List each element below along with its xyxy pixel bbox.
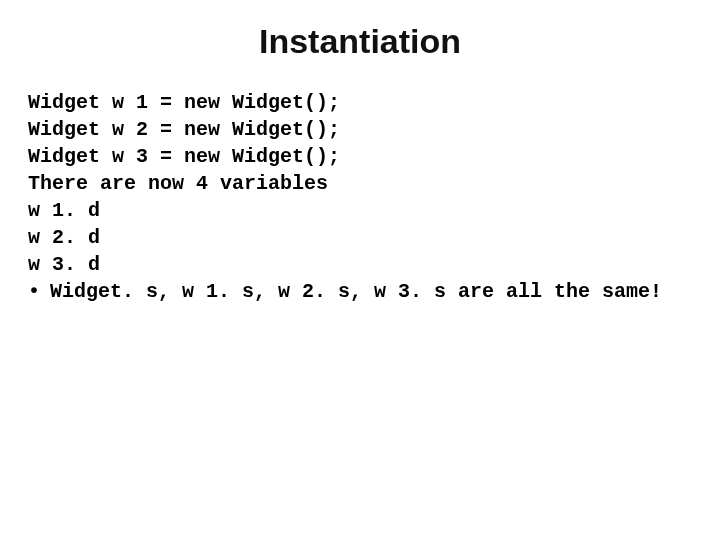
code-line: w 2. d	[28, 226, 100, 249]
bullet-item: • Widget. s, w 1. s, w 2. s, w 3. s are …	[28, 278, 692, 305]
code-line: w 3. d	[28, 253, 100, 276]
bullet-text: Widget. s, w 1. s, w 2. s, w 3. s are al…	[50, 278, 662, 305]
bullet-dot-icon: •	[28, 278, 50, 305]
code-line: Widget w 1 = new Widget();	[28, 91, 340, 114]
code-line: Widget w 3 = new Widget();	[28, 145, 340, 168]
code-line: There are now 4 variables	[28, 172, 328, 195]
code-block: Widget w 1 = new Widget(); Widget w 2 = …	[28, 89, 692, 278]
code-line: w 1. d	[28, 199, 100, 222]
code-line: Widget w 2 = new Widget();	[28, 118, 340, 141]
slide: Instantiation Widget w 1 = new Widget();…	[0, 0, 720, 540]
slide-title: Instantiation	[28, 22, 692, 61]
